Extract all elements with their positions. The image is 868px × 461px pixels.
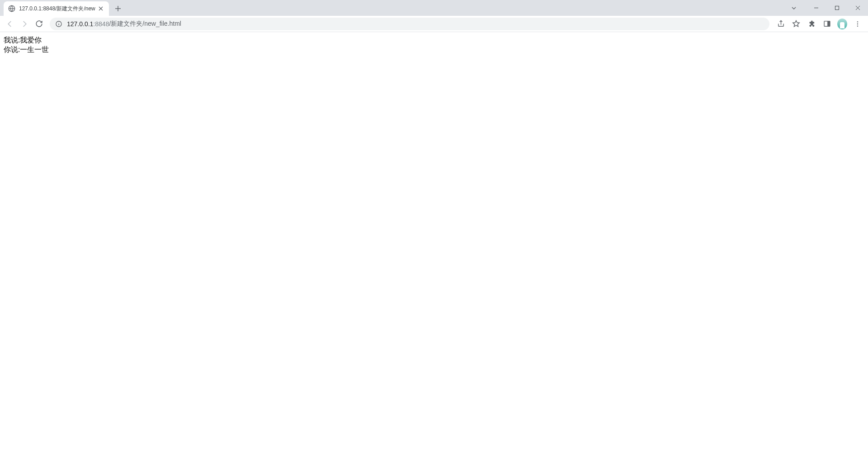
share-button[interactable] bbox=[774, 17, 788, 31]
toolbar-actions bbox=[773, 17, 865, 31]
back-button[interactable] bbox=[4, 18, 16, 30]
browser-tab[interactable]: 127.0.0.1:8848/新建文件夹/new bbox=[4, 1, 109, 16]
svg-point-6 bbox=[857, 23, 858, 24]
tab-strip: 127.0.0.1:8848/新建文件夹/new bbox=[0, 0, 868, 16]
url-port: :8848 bbox=[93, 20, 109, 28]
side-panel-button[interactable] bbox=[820, 17, 834, 31]
forward-button[interactable] bbox=[18, 18, 31, 30]
maximize-button[interactable] bbox=[826, 0, 847, 16]
menu-button[interactable] bbox=[851, 17, 864, 31]
bookmark-button[interactable] bbox=[789, 17, 803, 31]
avatar-icon bbox=[837, 19, 847, 29]
window-controls bbox=[787, 0, 868, 16]
svg-rect-4 bbox=[827, 21, 830, 26]
new-tab-button[interactable] bbox=[112, 2, 124, 15]
page-viewport: 我说:我爱你 你说:一生一世 bbox=[0, 32, 868, 58]
svg-rect-1 bbox=[835, 6, 839, 10]
svg-point-7 bbox=[857, 25, 858, 26]
page-line-2: 你说:一生一世 bbox=[4, 45, 864, 55]
extensions-button[interactable] bbox=[805, 17, 818, 31]
address-bar[interactable]: 127.0.0.1:8848/新建文件夹/new_file.html bbox=[50, 18, 769, 30]
page-line-1: 我说:我爱你 bbox=[4, 36, 864, 45]
window-close-button[interactable] bbox=[847, 0, 868, 16]
tab-title: 127.0.0.1:8848/新建文件夹/new bbox=[19, 5, 95, 13]
site-info-icon[interactable] bbox=[55, 20, 62, 28]
profile-button[interactable] bbox=[835, 17, 849, 31]
minimize-button[interactable] bbox=[806, 0, 826, 16]
reload-button[interactable] bbox=[33, 18, 45, 30]
globe-icon bbox=[8, 5, 15, 12]
url-host: 127.0.0.1 bbox=[67, 20, 93, 28]
svg-point-5 bbox=[857, 21, 858, 22]
url-path: /新建文件夹/new_file.html bbox=[109, 20, 181, 28]
browser-toolbar: 127.0.0.1:8848/新建文件夹/new_file.html bbox=[0, 16, 868, 32]
close-tab-button[interactable] bbox=[97, 5, 104, 12]
tab-search-button[interactable] bbox=[787, 1, 801, 15]
